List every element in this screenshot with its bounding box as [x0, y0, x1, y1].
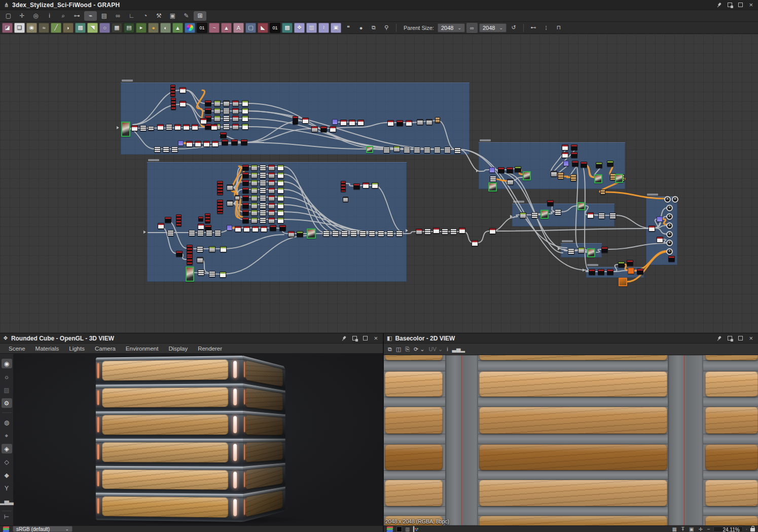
graph-node[interactable]: [349, 120, 355, 126]
graph-node[interactable]: [251, 165, 258, 171]
value-01-node-button[interactable]: 01: [270, 23, 280, 33]
graph-node[interactable]: [260, 217, 266, 223]
graph-node[interactable]: [170, 85, 175, 97]
graph-node[interactable]: [563, 161, 569, 166]
graph-node[interactable]: [242, 210, 249, 216]
graph-node[interactable]: [383, 147, 390, 153]
graph-node[interactable]: [242, 116, 248, 122]
graph-node[interactable]: [293, 116, 298, 125]
graph-node[interactable]: [232, 124, 239, 130]
graph-node[interactable]: [571, 144, 577, 150]
graph-node[interactable]: [231, 139, 238, 145]
graph-node[interactable]: [268, 195, 275, 201]
graph-node[interactable]: [302, 118, 309, 124]
graph-node[interactable]: [472, 240, 478, 246]
graph-view-button[interactable]: ⌁: [84, 11, 97, 21]
graph-node[interactable]: [551, 171, 557, 177]
curve-pink-node-button[interactable]: ~: [209, 23, 220, 33]
view2d-viewport[interactable]: 2048 x 2048 (RGBA, 8bpc): [384, 355, 758, 525]
zoom-level-field[interactable]: 24.11%: [713, 526, 743, 532]
graph-node[interactable]: [198, 270, 204, 276]
graph-node[interactable]: [341, 181, 346, 192]
graph-node[interactable]: [387, 120, 394, 126]
graph-node[interactable]: [307, 229, 316, 239]
graph-node[interactable]: [540, 210, 549, 219]
graph-node[interactable]: [242, 187, 249, 194]
graph-node[interactable]: [223, 100, 230, 106]
graph-node[interactable]: [350, 231, 357, 237]
graph-node[interactable]: [192, 124, 198, 130]
graph-node[interactable]: [288, 231, 295, 237]
graph-node[interactable]: [589, 269, 595, 275]
tile-marker-icon[interactable]: Ŧ: [681, 526, 684, 532]
graph-node[interactable]: [666, 248, 673, 255]
graph-node[interactable]: [520, 212, 526, 218]
graph-node[interactable]: [489, 167, 495, 173]
graph-node[interactable]: [217, 200, 223, 214]
position-node-button[interactable]: ▸: [136, 23, 147, 33]
graph-node[interactable]: [187, 245, 193, 257]
graph-node[interactable]: [198, 223, 204, 230]
graph-node[interactable]: [555, 209, 561, 215]
graph-node[interactable]: [417, 119, 423, 125]
graph-node[interactable]: [183, 124, 190, 130]
graph-node[interactable]: [435, 117, 440, 123]
graph-node[interactable]: [140, 125, 147, 131]
graph-node[interactable]: [387, 231, 393, 237]
pin-node-button[interactable]: ⚲: [381, 23, 392, 33]
graph-node[interactable]: [366, 146, 373, 153]
graph-node[interactable]: [277, 165, 284, 171]
close-icon[interactable]: ×: [374, 334, 378, 342]
orthogonal-links-button[interactable]: ∟: [125, 11, 138, 21]
graph-node[interactable]: [363, 182, 369, 188]
display-settings-icon[interactable]: ⚙: [2, 398, 12, 408]
thumbnail-button[interactable]: ▣: [166, 11, 179, 21]
channels-icon[interactable]: [387, 526, 393, 532]
graph-node[interactable]: [581, 162, 587, 168]
graph-node[interactable]: [166, 124, 172, 130]
gradient-axial-node-button[interactable]: ◥: [87, 23, 98, 33]
comment-button[interactable]: ❝: [343, 23, 354, 33]
graph-node[interactable]: [260, 210, 266, 216]
maximize-icon[interactable]: [738, 336, 743, 340]
graph-node[interactable]: [242, 100, 248, 106]
graph-node[interactable]: [232, 108, 239, 114]
copy-image-icon[interactable]: ⧉: [388, 346, 392, 353]
graph-node[interactable]: [628, 268, 634, 274]
graph-node[interactable]: [214, 116, 221, 122]
curve-node-button[interactable]: ╱: [51, 23, 61, 33]
graph-node[interactable]: [558, 172, 564, 179]
uniform-color-node-button[interactable]: ◪: [2, 23, 13, 33]
histogram-icon[interactable]: ▂▅▃: [2, 497, 12, 506]
menu-scene[interactable]: Scene: [4, 345, 30, 353]
graph-node[interactable]: [209, 246, 215, 252]
scene-tree-icon[interactable]: ⊢: [2, 512, 12, 521]
graph-node[interactable]: [507, 179, 514, 185]
mirror-node-button[interactable]: ▲: [221, 23, 232, 33]
graph-node[interactable]: [235, 226, 241, 232]
graph-node[interactable]: [148, 126, 154, 131]
float-window-icon[interactable]: [728, 3, 732, 7]
graph-node[interactable]: [197, 257, 203, 263]
graph-node[interactable]: [241, 139, 247, 145]
graph-node[interactable]: [251, 180, 258, 186]
graph-node[interactable]: [332, 231, 339, 237]
graph-node[interactable]: [562, 144, 568, 150]
pan-icon[interactable]: ✛: [698, 526, 702, 532]
graph-node[interactable]: [343, 197, 348, 202]
tools-button[interactable]: ⚒: [153, 11, 165, 21]
graph-node[interactable]: [490, 176, 496, 182]
graph-node[interactable]: [214, 230, 221, 236]
graph-node[interactable]: [277, 187, 284, 194]
maximize-icon[interactable]: [738, 3, 743, 7]
graph-node[interactable]: [666, 231, 673, 238]
graph-node[interactable]: [232, 100, 239, 106]
graph-node[interactable]: [243, 226, 250, 232]
graph-node[interactable]: [571, 152, 577, 158]
graph-node[interactable]: [242, 165, 249, 171]
graph-node[interactable]: [197, 246, 203, 252]
link-mode-button[interactable]: ⊶: [70, 11, 83, 21]
graph-node[interactable]: [176, 214, 182, 226]
align-dots-button[interactable]: ⁞: [540, 23, 552, 33]
graph-node[interactable]: [515, 166, 521, 172]
